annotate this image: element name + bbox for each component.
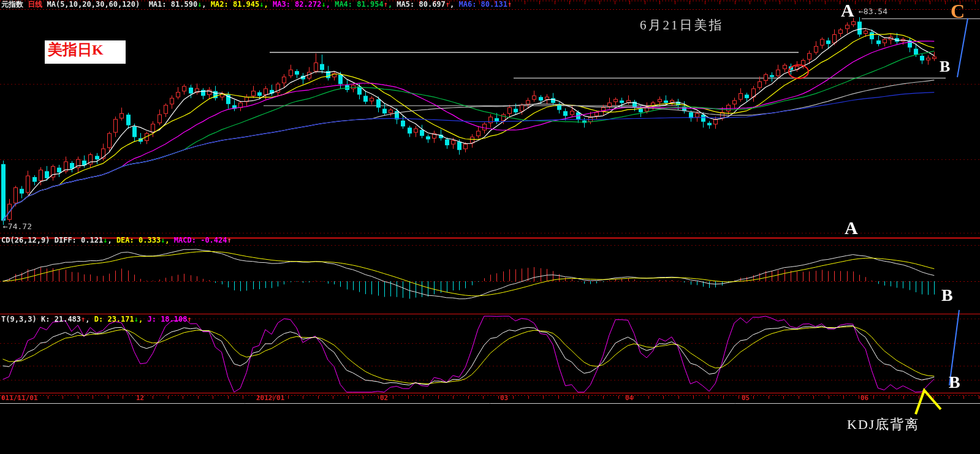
main-header-segment: ↑	[384, 0, 388, 9]
date-label: 05	[742, 395, 750, 402]
wave-label-a-main: A	[841, 0, 854, 21]
main-header-segment: ,	[450, 0, 458, 9]
macd-header-segment: CD(26,12,9)	[1, 236, 55, 244]
macd-header-segment: DIFF: 0.121	[55, 236, 103, 244]
kdj-divergence-note: KDJ底背离	[847, 415, 919, 434]
main-header-segment: 元指数	[1, 0, 28, 9]
kdj-header-segment: K: 21.483	[41, 315, 81, 323]
macd-header-segment: ,	[165, 236, 173, 244]
kdj-header-segment: J: 18.108	[147, 315, 187, 323]
main-header-segment: MA4: 81.954	[335, 0, 383, 9]
date-label: 02	[380, 395, 388, 402]
date-label: 03	[500, 395, 508, 402]
trading-chart-screen: 元指数 日线 MA(5,10,20,30,60,120) MA1: 81.590…	[0, 0, 980, 454]
main-header-segment: MA5: 80.697	[397, 0, 445, 9]
kdj-header-segment: T(9,3,3)	[1, 315, 41, 323]
peak-price-label: ←83.54	[859, 7, 887, 16]
main-indicator-header: 元指数 日线 MA(5,10,20,30,60,120) MA1: 81.590…	[1, 1, 512, 9]
main-header-segment: MA1: 81.590	[149, 0, 197, 9]
main-header-segment: ,	[264, 0, 273, 9]
macd-header-segment: DEA: 0.333	[116, 236, 161, 244]
macd-header-segment: ,	[107, 236, 116, 244]
macd-header-segment: ↑	[227, 236, 232, 244]
main-header-segment: ↓	[259, 0, 264, 9]
main-header-segment: ,	[388, 0, 397, 9]
low-price-label: ←74.72	[3, 222, 32, 231]
main-header-segment: MA2: 81.945	[211, 0, 259, 9]
main-header-segment: 日线	[28, 0, 47, 9]
analysis-title-box: 美指日K	[45, 40, 126, 64]
main-header-segment: MA6: 80.131	[459, 0, 507, 9]
date-label: 011/11/01	[1, 395, 38, 402]
kdj-header-segment: D: 23.171	[94, 315, 134, 323]
analysis-title-text: 美指日K	[45, 40, 126, 58]
wave-label-b-kdj: B	[949, 373, 960, 392]
date-label: 12	[136, 395, 144, 402]
wave-label-b-main: B	[940, 58, 950, 76]
main-header-segment: MA(5,10,20,30,60,120)	[47, 0, 148, 9]
main-header-segment: ↓	[321, 0, 325, 9]
wave-label-a-macd: A	[845, 218, 858, 238]
main-header-segment: ,	[326, 0, 335, 9]
kdj-header-segment: ,	[85, 315, 94, 323]
kdj-indicator-header: T(9,3,3) K: 21.483↑, D: 23.171↓, J: 18.1…	[1, 316, 192, 323]
macd-indicator-header: CD(26,12,9) DIFF: 0.121↓, DEA: 0.333↓, M…	[1, 236, 232, 244]
kdj-header-segment: ↓	[134, 315, 139, 323]
kdj-header-segment: ↑	[188, 315, 192, 323]
main-header-segment: ↑	[507, 0, 512, 9]
date-annotation: 6月21日美指	[640, 17, 724, 34]
main-header-segment: MA3: 82.272	[273, 0, 321, 9]
kdj-header-segment: ,	[139, 315, 147, 323]
main-header-segment: ↑	[446, 0, 450, 9]
chart-canvas[interactable]	[0, 0, 980, 454]
date-label: 2012/01	[256, 395, 284, 402]
main-header-segment: ,	[202, 0, 210, 9]
date-label: 04	[625, 395, 633, 402]
wave-label-b-macd: B	[941, 286, 953, 305]
wave-label-c: C	[951, 0, 965, 23]
date-label: 06	[860, 395, 868, 402]
macd-header-segment: MACD: -0.424	[174, 236, 227, 244]
